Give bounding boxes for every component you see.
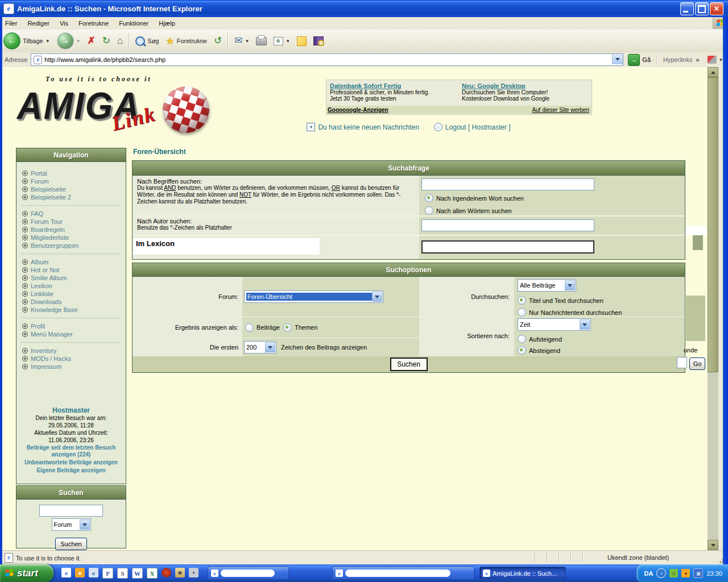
history-button[interactable]: ↺ [210, 35, 225, 47]
quicklaunch-webcam-icon[interactable]: ● [189, 568, 198, 577]
match-all-label[interactable]: Nach allen Wörtern suchen [436, 207, 512, 214]
edit-button[interactable]: ▼ [270, 36, 293, 47]
links-chevron-icon[interactable]: » [696, 56, 699, 63]
ad-right-title[interactable]: Neu: Google Desktop [462, 82, 590, 89]
menu-funktioner[interactable]: Funktioner [114, 18, 154, 28]
messages-link[interactable]: ▾ Du hast keine neuen Nachrichten [307, 123, 419, 131]
sidebar-item-smilie-album[interactable]: Smilie Album [16, 274, 126, 282]
match-all-radio[interactable] [425, 206, 433, 215]
sidebar-item-hot-or-not[interactable]: Hot or Not [16, 266, 126, 274]
forum-overview-link[interactable]: Foren-Übersicht [133, 148, 186, 156]
quicklaunch-word-icon[interactable]: W [132, 568, 143, 579]
artifact-go-button[interactable]: Go [689, 357, 705, 370]
mail-dropdown-icon[interactable]: ▼ [245, 39, 249, 44]
quicklaunch-clock-icon[interactable]: ● [75, 568, 85, 577]
lexicon-input[interactable] [421, 240, 594, 253]
favorites-button[interactable]: ★ Foretrukne [162, 34, 210, 48]
tray-network-icon[interactable]: ▣ [693, 568, 703, 578]
menu-rediger[interactable]: Rediger [22, 18, 55, 28]
author-input[interactable] [421, 219, 594, 231]
window-titlebar[interactable]: e AmigaLink.de :: Suchen - Microsoft Int… [0, 0, 728, 17]
hide-icons-chevron-icon[interactable]: ‹ [656, 568, 666, 578]
back-button[interactable]: ← Tilbage ▼ [0, 31, 53, 51]
sidebar-item-faq[interactable]: FAQ [16, 210, 126, 218]
sort-desc-radio[interactable] [518, 346, 526, 355]
start-button[interactable]: start [0, 564, 53, 582]
taskbar-window-active[interactable]: e AmigaLink.de :: Such... [479, 567, 566, 580]
print-button[interactable] [253, 36, 270, 47]
sidebar-item-profil[interactable]: Profil [16, 322, 126, 330]
advertise-link[interactable]: Auf dieser Site werben [532, 107, 589, 113]
search-text-only-option[interactable]: Nur Nachrichtentext durchsuchen [518, 308, 685, 317]
sidebar-item-knowledge-base[interactable]: Knowledge Base [16, 306, 126, 314]
sidebar-item-boardregeln[interactable]: Boardregeln [16, 226, 126, 234]
search-in-select[interactable]: Alle Beiträge [518, 279, 576, 292]
sort-by-select[interactable]: Zeit [518, 318, 591, 331]
minimize-button[interactable] [680, 2, 694, 15]
menu-filer[interactable]: Filer [0, 18, 22, 28]
unanswered-posts-link[interactable]: Unbeantwortete Beiträge anzeigen [16, 459, 126, 467]
scrollbar-thumb[interactable] [708, 77, 718, 372]
first-chars-select[interactable]: 200 [244, 341, 276, 354]
taskbar-window-1[interactable]: e [208, 567, 289, 580]
sidebar-item-downloads[interactable]: Downloads [16, 298, 126, 306]
quicklaunch-p-icon[interactable]: P [102, 568, 113, 579]
match-any-label[interactable]: Nach irgendeinem Wort suchen [436, 195, 524, 202]
ads-by-google-link[interactable]: Goooooogle-Anzeigen [328, 107, 388, 113]
close-button[interactable]: × [710, 2, 723, 15]
new-posts-link[interactable]: Beiträge seit dem letzten Besuch anzeige… [16, 444, 126, 459]
address-dropdown-icon[interactable] [612, 54, 623, 64]
quicklaunch-ie-icon[interactable]: e [61, 568, 71, 577]
search-submit-button[interactable]: Suchen [390, 357, 428, 371]
sort-desc-label[interactable]: Absteigend [529, 347, 560, 354]
discuss-button[interactable] [310, 35, 327, 47]
maximize-button[interactable] [695, 2, 709, 15]
display-topics-label[interactable]: Themen [295, 324, 317, 331]
scroll-down-button[interactable] [708, 540, 718, 550]
sidebar-item-impressum[interactable]: Impressum [16, 363, 126, 371]
sort-desc-option[interactable]: Absteigend [518, 346, 685, 355]
forum-select[interactable]: Foren-Übersicht [244, 290, 383, 303]
refresh-button[interactable]: ↻ [99, 35, 114, 47]
match-all-option[interactable]: Nach allen Wörtern suchen [421, 206, 685, 215]
tray-messenger-icon[interactable]: ☺ [669, 569, 678, 577]
sidebar-search-select[interactable]: Forum [52, 518, 91, 531]
sort-asc-label[interactable]: Aufsteigend [529, 336, 562, 343]
links-label[interactable]: Hyperlinks [663, 56, 692, 63]
artifact-input[interactable] [677, 357, 687, 368]
search-text-only-radio[interactable] [518, 308, 526, 317]
display-posts-label[interactable]: Beiträge [257, 324, 280, 331]
forward-button[interactable]: → ▼ [53, 31, 84, 51]
logout-link[interactable]: ↓ Logout [ Hostmaster ] [434, 123, 511, 131]
own-posts-link[interactable]: Eigene Beiträge anzeigen [16, 467, 126, 475]
quicklaunch-opera-icon[interactable] [162, 568, 171, 577]
sidebar-search-input[interactable] [39, 505, 103, 517]
sidebar-item-album[interactable]: Album [16, 258, 126, 266]
sidebar-item-linkliste[interactable]: Linkliste [16, 290, 126, 298]
hostmaster-title[interactable]: Hostmaster [16, 406, 126, 414]
match-any-option[interactable]: Nach irgendeinem Wort suchen [421, 194, 685, 202]
sidebar-item-inventory[interactable]: Inventory [16, 347, 126, 355]
home-button[interactable]: ⌂ [114, 35, 126, 47]
quicklaunch-pictures-icon[interactable]: ◉ [175, 568, 185, 577]
tray-clock-icon[interactable]: ● [681, 569, 690, 577]
quicklaunch-outlook-icon[interactable]: e [89, 568, 98, 577]
sidebar-item-lexikon[interactable]: Lexikon [16, 282, 126, 290]
keywords-input[interactable] [421, 178, 594, 190]
sidebar-item-mods-hacks[interactable]: MODs / Hacks [16, 355, 126, 363]
sort-asc-radio[interactable] [518, 335, 526, 343]
stop-button[interactable]: ✗ [84, 35, 99, 47]
quicklaunch-s-icon[interactable]: S [117, 568, 128, 579]
sidebar-item-menu-manager[interactable]: Menü Manager [16, 330, 126, 338]
edit-dropdown-icon[interactable]: ▼ [286, 39, 290, 44]
ad-left-title[interactable]: Datenbank Sofort Fertig [330, 82, 458, 89]
language-indicator[interactable]: DA [644, 570, 653, 577]
search-title-text-label[interactable]: Titel und Text durchsuchen [529, 297, 603, 304]
sidebar-item-beispielseite[interactable]: Beispielseite [16, 185, 126, 193]
acrobat-icon[interactable] [708, 56, 717, 64]
search-button[interactable]: Søg [132, 35, 162, 47]
quicklaunch-excel-icon[interactable]: X [147, 568, 158, 579]
menu-foretrukne[interactable]: Foretrukne [73, 18, 114, 28]
taskbar-window-2[interactable]: e [332, 567, 474, 580]
menu-vis[interactable]: Vis [55, 18, 73, 28]
